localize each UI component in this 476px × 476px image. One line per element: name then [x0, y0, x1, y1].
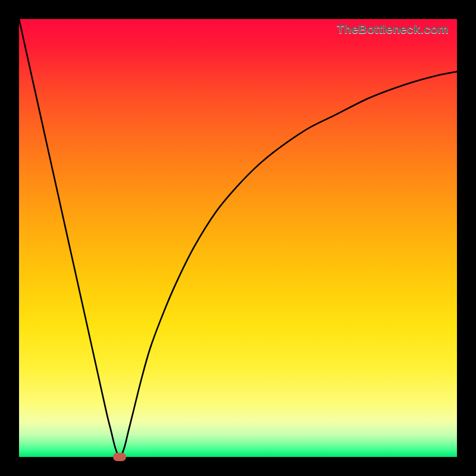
minimum-marker [113, 453, 126, 461]
plot-area: TheBottleneck.com [19, 19, 457, 457]
bottleneck-curve [19, 19, 457, 457]
chart-frame: TheBottleneck.com [0, 0, 476, 476]
curve-svg [19, 19, 457, 457]
